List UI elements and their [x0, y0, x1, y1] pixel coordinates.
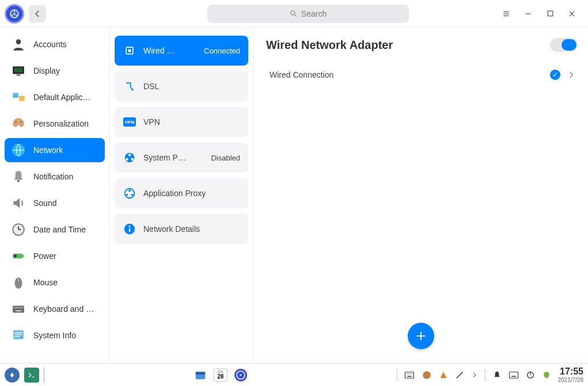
svg-point-68: [406, 373, 407, 374]
sub-label: Application Proxy: [143, 189, 240, 198]
tray-brush-icon[interactable]: [455, 370, 464, 380]
sidebar-item-notification[interactable]: Notification: [5, 165, 105, 189]
sidebar-item-default-apps[interactable]: Default Applic…: [5, 85, 105, 109]
settings-taskbar-icon[interactable]: [233, 368, 248, 383]
sidebar-item-display[interactable]: Display: [5, 59, 105, 83]
search-icon: [289, 9, 298, 18]
sidebar-label: Date and Time: [33, 225, 86, 234]
svg-point-73: [423, 371, 431, 379]
taskbar-right: 17:55 2021/7/28: [397, 366, 584, 383]
svg-rect-74: [509, 372, 518, 378]
sub-item-system-proxy[interactable]: System P… Disabled: [115, 143, 248, 173]
sub-label: Wired …: [143, 46, 197, 55]
sub-label: Network Details: [143, 224, 240, 234]
maximize-button[interactable]: [545, 9, 555, 18]
svg-rect-57: [129, 228, 130, 232]
svg-rect-43: [15, 336, 20, 337]
tray-app1-icon[interactable]: [422, 370, 432, 380]
minimize-button[interactable]: [523, 9, 533, 18]
vpn-icon: VPN: [123, 115, 136, 129]
terminal-taskbar-icon[interactable]: [24, 368, 39, 383]
sidebar-item-power[interactable]: Power: [5, 244, 105, 268]
window-controls: [502, 9, 583, 18]
svg-rect-38: [21, 307, 22, 308]
svg-point-53: [126, 194, 128, 196]
svg-rect-35: [16, 307, 17, 308]
taskbar-left: [5, 368, 44, 383]
sidebar-label: Mouse: [33, 278, 58, 287]
sidebar-label: Personalization: [33, 119, 89, 128]
sidebar-item-mouse[interactable]: Mouse: [5, 270, 105, 295]
sidebar-item-network[interactable]: Network: [5, 138, 105, 162]
svg-point-14: [16, 39, 21, 44]
svg-point-20: [15, 121, 17, 123]
menu-button[interactable]: [502, 9, 511, 18]
sub-item-network-details[interactable]: Network Details: [115, 214, 248, 244]
tray-keyboard2-icon[interactable]: [509, 371, 519, 379]
info-icon: [123, 222, 136, 236]
svg-point-52: [128, 190, 131, 192]
tray-power-icon[interactable]: [526, 370, 535, 380]
system-info-icon: [10, 327, 26, 343]
search-placeholder: Search: [301, 9, 327, 18]
chevron-right-icon: [567, 71, 575, 79]
svg-point-49: [126, 158, 128, 160]
svg-point-1: [14, 13, 16, 14]
sub-status: Connected: [204, 47, 240, 55]
svg-rect-16: [14, 68, 22, 73]
sub-item-app-proxy[interactable]: Application Proxy: [115, 178, 248, 208]
svg-rect-72: [407, 376, 412, 377]
sub-item-vpn[interactable]: VPN VPN: [115, 107, 248, 137]
detail-header: Wired Network Adapter: [266, 38, 578, 52]
sidebar-item-system-info[interactable]: System Info: [5, 323, 105, 347]
svg-rect-19: [19, 96, 25, 101]
svg-point-56: [129, 226, 131, 227]
connection-row[interactable]: Wired Connection ✓: [266, 62, 578, 87]
titlebar-left: [5, 4, 114, 24]
sidebar-label: Default Applic…: [33, 93, 91, 102]
default-apps-icon: [10, 89, 26, 105]
svg-rect-67: [405, 372, 414, 378]
sub-item-dsl[interactable]: DSL: [115, 71, 248, 101]
tray-shield-icon[interactable]: [542, 370, 551, 380]
sidebar-item-datetime[interactable]: Date and Time: [5, 217, 105, 242]
calendar-taskbar-icon[interactable]: JUL28: [214, 368, 227, 382]
tray-expand-icon[interactable]: [471, 372, 478, 379]
start-button[interactable]: [5, 368, 20, 383]
sidebar-label: Power: [33, 251, 56, 261]
keyboard-icon: [10, 301, 26, 317]
sidebar-item-personalization[interactable]: Personalization: [5, 112, 105, 136]
svg-point-48: [128, 154, 131, 156]
svg-rect-42: [15, 334, 22, 335]
clock[interactable]: 17:55 2021/7/28: [558, 366, 584, 383]
sidebar-label: Network: [33, 146, 63, 155]
svg-point-24: [17, 179, 20, 182]
sidebar-item-sound[interactable]: Sound: [5, 191, 105, 215]
close-button[interactable]: [567, 9, 576, 18]
power-icon: [10, 248, 26, 264]
connection-label: Wired Connection: [270, 70, 543, 79]
sidebar-label: Sound: [33, 198, 56, 208]
sidebar-item-accounts[interactable]: Accounts: [5, 32, 105, 56]
svg-line-3: [12, 14, 13, 16]
detail-title: Wired Network Adapter: [266, 39, 393, 52]
tray-notification-icon[interactable]: [492, 370, 502, 380]
app-proxy-icon: [123, 186, 136, 200]
svg-point-5: [290, 11, 295, 16]
add-connection-button[interactable]: [408, 323, 434, 349]
file-manager-taskbar-icon[interactable]: [193, 368, 208, 383]
svg-rect-34: [14, 307, 15, 308]
svg-rect-37: [20, 307, 21, 308]
svg-rect-33: [13, 306, 24, 313]
tray-keyboard-icon[interactable]: [404, 371, 415, 379]
svg-rect-36: [18, 307, 19, 308]
svg-rect-29: [23, 255, 24, 257]
sub-item-wired[interactable]: Wired … Connected: [115, 36, 248, 66]
titlebar: Search: [0, 0, 588, 28]
sidebar-item-keyboard[interactable]: Keyboard and …: [5, 297, 105, 321]
app-icon: [5, 4, 24, 24]
back-button[interactable]: [29, 5, 46, 22]
tray-app2-icon[interactable]: [439, 370, 448, 380]
search-input[interactable]: Search: [207, 5, 409, 23]
adapter-toggle[interactable]: [550, 38, 578, 52]
